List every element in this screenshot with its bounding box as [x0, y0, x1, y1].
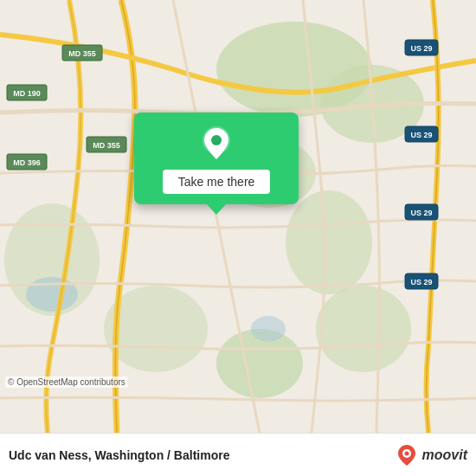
popup-card: Take me there — [134, 113, 299, 204]
location-pin-icon — [197, 125, 235, 163]
svg-text:US 29: US 29 — [410, 131, 432, 139]
location-name: Udc van Ness, Washington / Baltimore — [9, 448, 229, 462]
svg-point-10 — [251, 316, 286, 342]
map-svg: MD 355 MD 190 MD 355 MD 396 US 29 US 29 … — [0, 0, 476, 433]
take-me-there-button[interactable]: Take me there — [163, 170, 271, 194]
moovit-text: moovit — [422, 447, 467, 463]
map-container: MD 355 MD 190 MD 355 MD 396 US 29 US 29 … — [0, 0, 476, 433]
moovit-pin-icon — [395, 443, 419, 467]
bottom-bar: Udc van Ness, Washington / Baltimore moo… — [0, 433, 476, 476]
svg-point-28 — [211, 135, 222, 145]
svg-text:MD 190: MD 190 — [13, 89, 41, 98]
moovit-logo: moovit — [395, 443, 467, 467]
svg-point-9 — [26, 277, 78, 312]
svg-text:MD 355: MD 355 — [68, 49, 96, 58]
svg-text:US 29: US 29 — [410, 44, 432, 53]
svg-text:US 29: US 29 — [410, 278, 432, 286]
svg-text:US 29: US 29 — [410, 209, 432, 217]
svg-text:MD 396: MD 396 — [13, 158, 41, 167]
svg-point-4 — [286, 190, 372, 294]
svg-point-30 — [404, 451, 408, 455]
svg-text:MD 355: MD 355 — [93, 141, 120, 150]
copyright-text: © OpenStreetMap contributors — [5, 376, 128, 388]
location-info: Udc van Ness, Washington / Baltimore — [9, 448, 229, 462]
svg-point-5 — [316, 286, 411, 372]
